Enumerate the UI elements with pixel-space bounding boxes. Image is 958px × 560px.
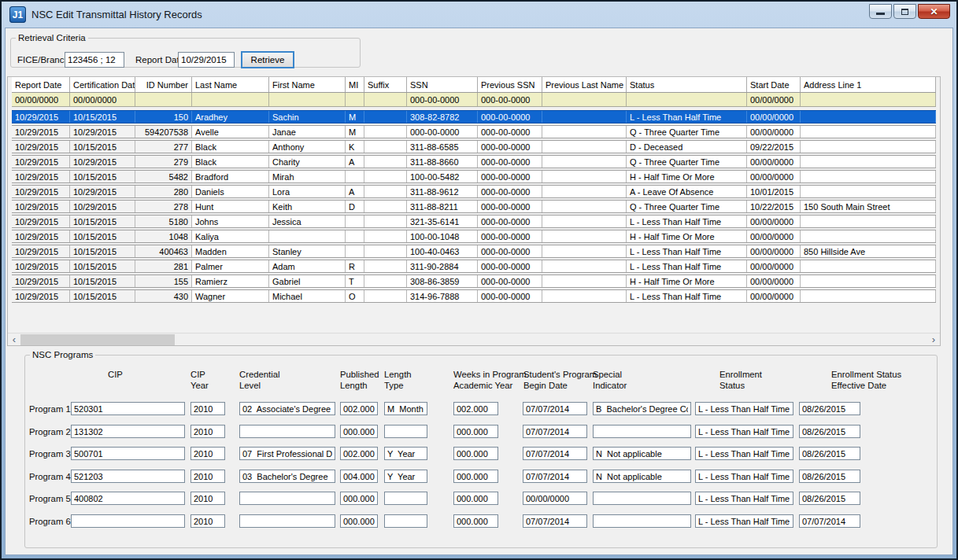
- table-row[interactable]: 10/29/201510/15/20155482BradfordMirah100…: [12, 170, 936, 183]
- cip-input[interactable]: [71, 425, 185, 438]
- credential-level-input[interactable]: [239, 514, 335, 528]
- special-indicator-input[interactable]: [593, 470, 691, 483]
- table-row[interactable]: 10/29/201510/15/2015430WagnerMichaelO314…: [12, 289, 936, 303]
- length-type-input[interactable]: [384, 447, 427, 460]
- close-button[interactable]: ✕: [918, 4, 950, 19]
- filter-cell-address-line-1[interactable]: [801, 93, 936, 106]
- cip-year-input[interactable]: [190, 402, 225, 415]
- program-begin-date-input[interactable]: [523, 447, 587, 460]
- enrollment-effective-date-input[interactable]: [799, 425, 860, 438]
- table-row[interactable]: 10/29/201510/15/2015277BlackAnthonyK311-…: [12, 140, 936, 153]
- enrollment-status-input[interactable]: [695, 425, 793, 438]
- weeks-in-program-input[interactable]: [453, 447, 498, 460]
- scroll-left-arrow[interactable]: ‹: [8, 333, 20, 346]
- filter-cell-ssn[interactable]: 000-00-0000: [407, 93, 478, 106]
- table-row[interactable]: 10/29/201510/15/20155180JohnsJessica321-…: [12, 215, 936, 228]
- table-row[interactable]: 10/29/201510/15/2015281PalmerAdamR311-90…: [12, 260, 936, 273]
- weeks-in-program-input[interactable]: [453, 470, 498, 483]
- titlebar[interactable]: J1 NSC Edit Transmittal History Records …: [2, 2, 956, 28]
- filter-cell-mi[interactable]: [346, 93, 364, 106]
- enrollment-status-input[interactable]: [695, 470, 793, 483]
- credential-level-input[interactable]: [239, 402, 335, 415]
- enrollment-effective-date-input[interactable]: [799, 492, 860, 505]
- filter-cell-suffix[interactable]: [364, 93, 407, 106]
- retrieve-button[interactable]: Retrieve: [241, 51, 294, 68]
- published-length-input[interactable]: [340, 425, 378, 438]
- enrollment-effective-date-input[interactable]: [799, 447, 860, 460]
- credential-level-input[interactable]: [239, 447, 335, 460]
- published-length-input[interactable]: [340, 470, 378, 483]
- enrollment-effective-date-input[interactable]: [799, 402, 860, 415]
- cip-year-input[interactable]: [190, 470, 225, 483]
- filter-cell-start-date[interactable]: 00/00/0000: [747, 93, 801, 106]
- cell-status: Q - Three Quarter Time: [627, 156, 747, 168]
- enrollment-effective-date-input[interactable]: [799, 514, 860, 528]
- scrollbar-thumb[interactable]: [20, 334, 175, 345]
- cip-year-input[interactable]: [190, 492, 225, 505]
- table-row[interactable]: 10/29/201510/15/2015400463MaddenStanley1…: [12, 245, 936, 258]
- program-begin-date-input[interactable]: [523, 402, 587, 415]
- special-indicator-input[interactable]: [593, 492, 691, 505]
- enrollment-status-input[interactable]: [695, 514, 793, 528]
- filter-cell-status[interactable]: [627, 93, 747, 106]
- weeks-in-program-input[interactable]: [453, 402, 498, 415]
- table-row[interactable]: 10/29/201510/29/2015278HuntKeithD311-88-…: [12, 200, 936, 213]
- maximize-button[interactable]: [893, 4, 916, 19]
- enrollment-status-input[interactable]: [695, 492, 793, 505]
- published-length-input[interactable]: [340, 492, 378, 505]
- published-length-input[interactable]: [340, 514, 378, 528]
- cip-input[interactable]: [71, 492, 185, 505]
- table-row-selected[interactable]: 10/29/201510/15/2015150AradheySachinM308…: [12, 110, 936, 123]
- table-row[interactable]: 10/29/201510/29/2015594207538AvelleJanae…: [12, 125, 936, 138]
- program-begin-date-input[interactable]: [523, 470, 587, 483]
- special-indicator-input[interactable]: [593, 402, 691, 415]
- length-type-input[interactable]: [384, 492, 427, 505]
- filter-cell-previous-ssn[interactable]: 000-00-0000: [478, 93, 542, 106]
- filter-cell-last-name[interactable]: [192, 93, 269, 106]
- length-type-input[interactable]: [384, 425, 427, 438]
- enrollment-status-input[interactable]: [695, 402, 793, 415]
- cip-year-input[interactable]: [190, 425, 225, 438]
- cip-year-input[interactable]: [190, 447, 225, 460]
- weeks-in-program-input[interactable]: [453, 492, 498, 505]
- minimize-button[interactable]: [869, 4, 892, 19]
- credential-level-input[interactable]: [239, 425, 335, 438]
- fice-branch-input[interactable]: [65, 52, 124, 68]
- special-indicator-input[interactable]: [593, 425, 691, 438]
- cip-year-input[interactable]: [190, 514, 225, 528]
- credential-level-input[interactable]: [239, 492, 335, 505]
- program-begin-date-input[interactable]: [523, 425, 587, 438]
- credential-level-input[interactable]: [239, 470, 335, 483]
- cip-input[interactable]: [71, 447, 185, 460]
- filter-cell-report-date[interactable]: 00/00/0000: [12, 93, 70, 106]
- length-type-input[interactable]: [384, 514, 427, 528]
- filter-cell-certification-date[interactable]: 00/00/0000: [70, 93, 135, 106]
- published-length-input[interactable]: [340, 402, 378, 415]
- scrollbar-track[interactable]: [20, 333, 927, 346]
- length-type-input[interactable]: [384, 402, 427, 415]
- length-type-input[interactable]: [384, 470, 427, 483]
- enrollment-effective-date-input[interactable]: [799, 470, 860, 483]
- filter-cell-previous-last-name[interactable]: [542, 93, 627, 106]
- cip-input[interactable]: [71, 514, 185, 528]
- table-row[interactable]: 10/29/201510/15/20151048Kaliya100-00-104…: [12, 230, 936, 243]
- cip-input[interactable]: [71, 470, 185, 483]
- report-date-input[interactable]: [178, 52, 235, 68]
- weeks-in-program-input[interactable]: [453, 425, 498, 438]
- program-begin-date-input[interactable]: [523, 492, 587, 505]
- weeks-in-program-input[interactable]: [453, 514, 498, 528]
- filter-cell-id-number[interactable]: [135, 93, 192, 106]
- cip-input[interactable]: [71, 402, 185, 415]
- special-indicator-input[interactable]: [593, 514, 691, 528]
- table-row[interactable]: 10/29/201510/29/2015280DanielsLoraA311-8…: [12, 185, 936, 198]
- table-row[interactable]: 10/29/201510/29/2015279BlackCharityA311-…: [12, 155, 936, 168]
- table-row[interactable]: 10/29/201510/15/2015155RamierzGabrielT30…: [12, 274, 936, 288]
- program-begin-date-input[interactable]: [523, 514, 587, 528]
- scroll-right-arrow[interactable]: ›: [927, 333, 940, 346]
- published-length-input[interactable]: [340, 447, 378, 460]
- enrollment-status-input[interactable]: [695, 447, 793, 460]
- special-indicator-input[interactable]: [593, 447, 691, 460]
- cell-previous-last-name: [542, 230, 627, 242]
- filter-cell-first-name[interactable]: [269, 93, 346, 106]
- horizontal-scrollbar[interactable]: ‹ ›: [8, 333, 940, 345]
